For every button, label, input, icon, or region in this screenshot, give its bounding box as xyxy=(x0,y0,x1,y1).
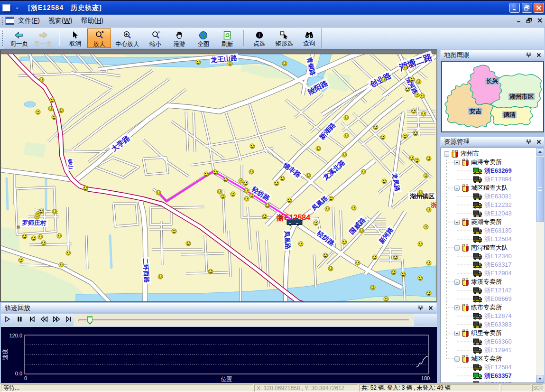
vehicle-smiley-marker[interactable] xyxy=(372,255,377,260)
vehicle-smiley-marker[interactable] xyxy=(204,172,209,177)
overview-pin-button[interactable] xyxy=(525,52,532,58)
rewind-button[interactable] xyxy=(39,315,49,325)
toolbar-button-中心放大[interactable]: 中心放大 xyxy=(111,28,143,48)
vehicle-smiley-marker[interactable] xyxy=(413,131,418,136)
vehicle-smiley-marker[interactable] xyxy=(416,79,421,84)
fast-forward-button[interactable] xyxy=(52,315,61,325)
vehicle-smiley-marker[interactable] xyxy=(249,193,254,198)
vehicle-smiley-marker[interactable] xyxy=(57,233,62,238)
vehicle-smiley-marker[interactable] xyxy=(342,240,347,244)
tree-vehicle-浙E12142[interactable]: 浙E12142 xyxy=(441,286,512,295)
vehicle-smiley-marker[interactable] xyxy=(244,196,249,201)
vehicle-smiley-marker[interactable] xyxy=(426,291,431,296)
vehicle-smiley-marker[interactable] xyxy=(391,270,396,275)
vehicle-smiley-marker[interactable] xyxy=(228,61,232,66)
vehicle-smiley-marker[interactable] xyxy=(401,272,406,277)
tree-scrollbar[interactable] xyxy=(536,148,544,383)
vehicle-smiley-marker[interactable] xyxy=(342,152,347,157)
slider-thumb[interactable] xyxy=(87,316,92,325)
vehicle-smiley-marker[interactable] xyxy=(409,156,414,160)
vehicle-smiley-marker[interactable] xyxy=(59,262,64,267)
app-icon[interactable] xyxy=(2,4,10,11)
mdi-close-button[interactable] xyxy=(536,17,543,24)
resource-close-button[interactable] xyxy=(536,139,542,145)
play-button[interactable] xyxy=(3,315,12,325)
vehicle-smiley-marker[interactable] xyxy=(351,205,356,210)
toolbar-button-点选[interactable]: i点选 xyxy=(247,28,271,48)
vehicle-smiley-marker[interactable] xyxy=(380,135,385,140)
vehicle-smiley-marker[interactable] xyxy=(158,274,163,279)
vehicle-smiley-marker[interactable] xyxy=(316,146,321,151)
tree-vehicle-浙E12232[interactable]: 浙E12232 xyxy=(441,201,512,209)
tree-expander[interactable] xyxy=(444,151,449,157)
tree-vehicle-浙E63269[interactable]: 浙E63269 xyxy=(441,167,512,175)
scroll-down-button[interactable] xyxy=(536,375,544,383)
tree-vehicle-浙E09387[interactable]: 浙E09387 xyxy=(441,380,512,383)
mdi-document-icon[interactable] xyxy=(5,17,14,25)
tree-expander[interactable] xyxy=(454,280,460,285)
tree-node-南浔稽查大队[interactable]: 南浔稽查大队 xyxy=(441,243,508,252)
minimize-button[interactable] xyxy=(509,3,520,13)
vehicle-smiley-marker[interactable] xyxy=(39,77,44,82)
vehicle-smiley-marker[interactable] xyxy=(50,98,55,103)
vehicle-smiley-marker[interactable] xyxy=(298,242,303,246)
vehicle-smiley-marker[interactable] xyxy=(156,190,161,195)
vehicle-smiley-marker[interactable] xyxy=(405,87,410,92)
tree-vehicle-浙E12043[interactable]: 浙E12043 xyxy=(441,209,512,218)
skip-start-button[interactable] xyxy=(27,315,37,325)
vehicle-smiley-marker[interactable] xyxy=(52,209,57,214)
close-button[interactable] xyxy=(534,3,544,13)
tree-vehicle-浙E63031[interactable]: 浙E63031 xyxy=(441,192,512,201)
mdi-minimize-button[interactable] xyxy=(515,17,522,24)
mdi-restore-button[interactable] xyxy=(526,17,533,24)
vehicle-smiley-marker[interactable] xyxy=(415,93,419,97)
vehicle-smiley-marker[interactable] xyxy=(59,108,64,113)
vehicle-smiley-marker[interactable] xyxy=(418,190,423,195)
vehicle-smiley-marker[interactable] xyxy=(280,176,285,181)
tree-vehicle-浙E08669[interactable]: 浙E08669 xyxy=(441,295,512,303)
vehicle-smiley-marker[interactable] xyxy=(328,266,333,271)
vehicle-smiley-marker[interactable] xyxy=(38,234,43,239)
tree-node-埭溪专卖所[interactable]: 埭溪专卖所 xyxy=(441,278,502,286)
tree-vehicle-浙E12894[interactable]: 浙E12894 xyxy=(441,175,512,184)
vehicle-smiley-marker[interactable] xyxy=(66,251,71,255)
vehicle-smiley-marker[interactable] xyxy=(31,236,36,241)
playback-pin-button[interactable] xyxy=(417,305,424,311)
toolbar-button-放大[interactable]: 放大 xyxy=(87,28,111,48)
vehicle-smiley-marker[interactable] xyxy=(382,179,387,184)
scroll-thumb[interactable] xyxy=(536,157,544,222)
vehicle-smiley-marker[interactable] xyxy=(239,178,243,183)
vehicle-smiley-marker[interactable] xyxy=(424,173,428,178)
toolbar-button-后一页[interactable]: 后一页 xyxy=(31,28,55,48)
tree-node-菱湖专卖所[interactable]: 菱湖专卖所 xyxy=(441,218,502,226)
vehicle-smiley-marker[interactable] xyxy=(424,224,428,229)
tree-vehicle-浙E63360[interactable]: 浙E63360 xyxy=(441,337,512,346)
map-canvas[interactable]: 龙王山路青铜路陵阳路创业路湖塘二路清河路大学路蚌山新湖路龙溪北路德丰路轻纺路轻纺… xyxy=(1,50,436,301)
vehicle-smiley-marker[interactable] xyxy=(426,156,431,161)
vehicle-smiley-marker[interactable] xyxy=(329,196,333,201)
vehicle-smiley-marker[interactable] xyxy=(282,61,287,66)
tree-expander[interactable] xyxy=(454,160,460,165)
toolbar-button-取消[interactable]: 取消 xyxy=(63,28,87,48)
vehicle-smiley-marker[interactable] xyxy=(265,203,270,208)
toolbar-button-矩形选[interactable]: 矩形选 xyxy=(271,28,297,48)
tree-vehicle-浙E12904[interactable]: 浙E12904 xyxy=(441,269,512,278)
vehicle-smiley-marker[interactable] xyxy=(381,77,386,82)
vehicle-smiley-marker[interactable] xyxy=(287,198,292,203)
tree-node-织里专卖所[interactable]: 织里专卖所 xyxy=(441,329,502,337)
resource-pin-button[interactable] xyxy=(525,139,532,145)
tree-expander[interactable] xyxy=(454,331,460,336)
overview-close-button[interactable] xyxy=(536,52,542,58)
tree-vehicle-浙E63135[interactable]: 浙E63135 xyxy=(441,226,512,235)
vehicle-smiley-marker[interactable] xyxy=(83,186,88,191)
toolbar-button-刷新[interactable]: 刷新 xyxy=(215,28,240,48)
vehicle-smiley-marker[interactable] xyxy=(35,215,39,219)
vehicle-smiley-marker[interactable] xyxy=(355,261,360,265)
vehicle-smiley-marker[interactable] xyxy=(373,125,378,130)
vehicle-smiley-marker[interactable] xyxy=(250,144,255,149)
vehicle-smiley-marker[interactable] xyxy=(314,221,318,225)
tree-vehicle-浙E63317[interactable]: 浙E63317 xyxy=(441,261,512,269)
vehicle-smiley-marker[interactable] xyxy=(244,188,249,193)
tree-node-南浔专卖所[interactable]: 南浔专卖所 xyxy=(441,158,502,167)
vehicle-smiley-marker[interactable] xyxy=(393,255,398,260)
